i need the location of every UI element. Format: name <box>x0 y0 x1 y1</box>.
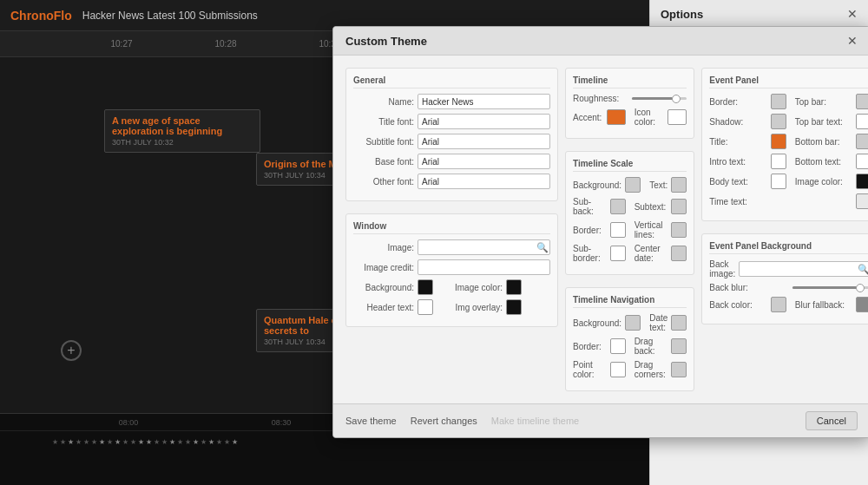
icon-color-label: Icon color: <box>635 108 665 127</box>
ts-subtext-swatch[interactable] <box>671 199 687 214</box>
window-image-label: Image: <box>353 243 414 252</box>
general-title: General <box>353 75 550 88</box>
event-panel-section: Event Panel Border: Top bar: Shadow: Top… <box>701 68 868 221</box>
timeline-nav-title: Timeline Navigation <box>573 295 687 308</box>
tn-bg-swatch[interactable] <box>625 315 641 331</box>
custom-theme-dialog: Custom Theme ✕ General Name: Title font:… <box>332 26 868 438</box>
ep-shadow-swatch[interactable] <box>771 114 786 129</box>
window-overlay-swatch[interactable] <box>506 299 522 315</box>
timeline-scale-title: Timeline Scale <box>573 159 687 172</box>
ep-imgcolor-label: Image color: <box>795 177 853 187</box>
dialog-header: Custom Theme ✕ <box>333 27 868 56</box>
window-credit-input[interactable] <box>418 259 550 275</box>
app-title: Hacker News Latest 100 Submissions <box>82 10 258 22</box>
tn-dragback-swatch[interactable] <box>671 338 687 354</box>
ep-shadow-label: Shadow: <box>709 117 767 127</box>
name-field-row: Name: <box>353 94 550 109</box>
epbg-image-input[interactable] <box>739 261 868 277</box>
window-bg-label: Background: <box>353 283 414 292</box>
window-credit-row: Image credit: <box>353 259 550 275</box>
window-image-search-button[interactable]: 🔍 <box>536 242 549 253</box>
ts-text-swatch[interactable] <box>671 177 687 193</box>
window-bg-swatch[interactable] <box>418 279 433 295</box>
ts-cdate-swatch[interactable] <box>671 246 687 261</box>
ts-border-swatch[interactable] <box>610 222 626 238</box>
base-font-input[interactable] <box>418 154 550 169</box>
ep-imgcolor-swatch[interactable] <box>856 174 868 189</box>
icon-color-swatch[interactable] <box>667 109 687 125</box>
tn-bg-row: Background: Date text: <box>573 313 687 332</box>
ep-topbar-label: Top bar: <box>795 97 853 107</box>
save-theme-link[interactable]: Save theme <box>345 416 397 426</box>
ts-subbk-label: Sub-back: <box>573 197 607 216</box>
ep-topbar-swatch[interactable] <box>856 94 868 109</box>
other-font-row: Other font: <box>353 174 550 189</box>
other-font-input[interactable] <box>418 174 550 189</box>
ts-subbk-row: Sub-back: Subtext: <box>573 197 687 216</box>
revert-changes-link[interactable]: Revert changes <box>411 416 477 426</box>
ts-vlines-swatch[interactable] <box>671 222 687 238</box>
ep-border-swatch[interactable] <box>771 94 786 109</box>
window-imgcolor-label: Image color: <box>442 283 503 292</box>
window-headertext-row: Header text: Img overlay: <box>353 299 550 315</box>
tn-bg-label: Background: <box>573 318 621 328</box>
ep-topbartext-swatch[interactable] <box>856 114 868 129</box>
tn-datetext-swatch[interactable] <box>671 315 687 331</box>
title-font-input[interactable] <box>418 114 550 129</box>
ts-border-row: Border: Vertical lines: <box>573 220 687 239</box>
epbg-color-swatch[interactable] <box>771 297 786 312</box>
epbg-blurfallback-swatch[interactable] <box>856 297 868 312</box>
event-card-1[interactable]: A new age of space exploration is beginn… <box>104 109 260 153</box>
ep-timetext-label: Time text: <box>709 197 852 206</box>
ts-subbk-swatch[interactable] <box>610 199 626 214</box>
ep-title-swatch[interactable] <box>771 134 786 149</box>
roughness-label: Roughness: <box>573 94 628 103</box>
window-image-row: Image: 🔍 <box>353 239 550 255</box>
add-event-button[interactable]: + <box>61 340 82 361</box>
ts-subborder-row: Sub-border: Center date: <box>573 244 687 263</box>
ep-title-label: Title: <box>709 137 767 147</box>
accent-swatch[interactable] <box>607 109 626 125</box>
tn-dragcorners-swatch[interactable] <box>671 362 687 377</box>
ep-bodytext-row: Body text: Image color: <box>709 174 868 189</box>
epbg-blur-slider[interactable] <box>792 286 868 289</box>
window-title: Window <box>353 221 550 234</box>
window-section: Window Image: 🔍 Image credit: Background… <box>345 213 558 327</box>
ep-bodytext-swatch[interactable] <box>771 174 786 189</box>
subtitle-font-input[interactable] <box>418 134 550 149</box>
roughness-slider[interactable] <box>632 97 687 100</box>
dialog-title: Custom Theme <box>345 35 427 48</box>
ts-bg-row: Background: Text: <box>573 177 687 193</box>
ts-subborder-swatch[interactable] <box>610 246 626 261</box>
ep-introtext-label: Intro text: <box>709 157 767 167</box>
tn-border-swatch[interactable] <box>610 338 626 354</box>
ep-timetext-row: Time text: <box>709 193 868 209</box>
tn-point-swatch[interactable] <box>610 362 626 377</box>
card-title-1: A new age of space exploration is beginn… <box>112 115 253 136</box>
window-headertext-label: Header text: <box>353 303 414 312</box>
base-font-label: Base font: <box>353 157 414 167</box>
ep-bottomtext-label: Bottom text: <box>795 157 853 167</box>
ep-bottombar-swatch[interactable] <box>856 134 868 149</box>
epbg-image-label: Back image: <box>709 259 735 279</box>
window-headertext-swatch[interactable] <box>418 299 433 315</box>
ep-timetext-swatch[interactable] <box>856 193 868 209</box>
epbg-section: Event Panel Background Back image: 🔍 Bac… <box>701 233 868 324</box>
name-input[interactable] <box>418 94 550 109</box>
window-imgcolor-swatch[interactable] <box>506 279 522 295</box>
window-image-input[interactable] <box>418 239 550 255</box>
accent-row: Accent: Icon color: <box>573 108 687 127</box>
ruler-tick-1: 10:27 <box>69 39 174 49</box>
epbg-blurfallback-label: Blur fallback: <box>795 300 853 310</box>
options-close-button[interactable]: ✕ <box>847 7 858 21</box>
tn-point-label: Point color: <box>573 360 607 379</box>
ts-bg-swatch[interactable] <box>625 177 641 193</box>
dialog-close-button[interactable]: ✕ <box>847 34 858 48</box>
epbg-image-search-button[interactable]: 🔍 <box>858 264 868 275</box>
ep-introtext-swatch[interactable] <box>771 154 786 169</box>
epbg-color-label: Back color: <box>709 300 767 310</box>
cancel-button[interactable]: Cancel <box>806 411 858 430</box>
ep-shadow-row: Shadow: Top bar text: <box>709 114 868 129</box>
ep-bottomtext-swatch[interactable] <box>856 154 868 169</box>
options-header: Options ✕ <box>650 0 868 29</box>
